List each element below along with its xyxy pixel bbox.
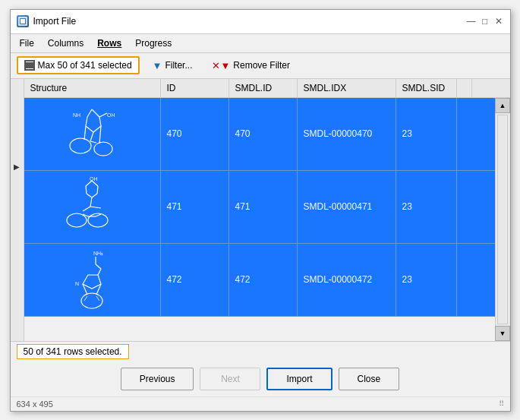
molecule-1: OH (54, 175, 130, 239)
svg-point-26 (67, 213, 87, 227)
svg-line-30 (96, 214, 101, 216)
window-size: 634 x 495 (17, 399, 53, 409)
scroll-track[interactable] (497, 115, 508, 324)
cell-structure-1: OH (24, 171, 161, 243)
col-structure: Structure (24, 79, 161, 97)
svg-text:NH₂: NH₂ (93, 251, 103, 256)
table-row[interactable]: OH 471 (24, 171, 495, 244)
previous-button[interactable]: Previous (121, 368, 194, 390)
svg-line-20 (87, 194, 92, 197)
svg-line-6 (86, 126, 93, 132)
vertical-scrollbar[interactable]: ▲ ▼ (495, 98, 510, 341)
svg-point-12 (94, 142, 112, 156)
scroll-down-button[interactable]: ▼ (495, 326, 510, 341)
row-indicator: ▶ (11, 79, 24, 341)
svg-line-10 (84, 126, 86, 140)
svg-line-34 (96, 264, 101, 269)
row-arrow: ▶ (14, 163, 20, 171)
scroll-up-button[interactable]: ▲ (495, 98, 510, 113)
filter-button[interactable]: ▼ Filter... (146, 57, 200, 74)
table-row[interactable]: NH OH 470 470 SMDL-00000470 23 (24, 98, 495, 171)
svg-text:OH: OH (90, 176, 98, 182)
svg-line-18 (97, 186, 98, 194)
max-selected-label: Max 50 of 341 selected (38, 60, 132, 71)
cell-id-1: 471 (161, 171, 229, 243)
minimize-button[interactable]: — (466, 16, 477, 27)
maximize-button[interactable]: □ (480, 16, 490, 27)
svg-point-9 (70, 138, 91, 153)
resize-handle[interactable]: ⠿ (499, 399, 504, 408)
menu-bar: File Columns Rows Progress (11, 34, 510, 53)
cell-structure-0: NH OH (24, 98, 161, 170)
svg-line-13 (99, 126, 101, 144)
svg-line-2 (92, 109, 99, 117)
table-body: NH OH 470 470 SMDL-00000470 23 (24, 98, 495, 341)
svg-line-40 (84, 296, 87, 301)
cell-smdl-sid-2: 23 (396, 244, 457, 316)
toolbar: Max 50 of 341 selected ▼ Filter... ✕▼ Re… (11, 53, 510, 79)
svg-text:NH: NH (73, 112, 80, 118)
cell-smdl-idx-0: SMDL-00000470 (298, 98, 396, 170)
cell-smdl-id-2: 472 (229, 244, 298, 316)
cell-smdl-idx-1: SMDL-00000471 (298, 171, 396, 243)
remove-filter-icon: ✕▼ (212, 60, 230, 71)
cell-smdl-sid-1: 23 (396, 171, 457, 243)
cell-smdl-idx-2: SMDL-00000472 (298, 244, 396, 316)
filter-label: Filter... (165, 60, 192, 71)
status-bar: 50 of 341 rows selected. (11, 341, 510, 362)
close-button[interactable]: ✕ (493, 16, 504, 27)
title-bar-left: Import File (17, 15, 77, 27)
import-file-window: Import File — □ ✕ File Columns Rows Prog… (10, 9, 511, 412)
content-area: ▶ Structure ID SMDL.ID SMDL.IDX SMDL.SID (11, 79, 510, 341)
svg-line-5 (93, 126, 101, 132)
remove-filter-button[interactable]: ✕▼ Remove Filter (205, 57, 297, 74)
filter-icon: ▼ (153, 60, 162, 71)
svg-line-7 (86, 117, 87, 126)
svg-line-31 (90, 207, 101, 208)
svg-line-3 (99, 113, 107, 117)
svg-line-25 (83, 207, 90, 211)
table-container: Structure ID SMDL.ID SMDL.IDX SMDL.SID (24, 79, 510, 341)
cell-id-0: 470 (161, 98, 229, 170)
svg-line-8 (87, 109, 92, 117)
cell-smdl-sid-0: 23 (396, 98, 457, 170)
svg-line-11 (90, 132, 93, 141)
molecule-0: NH OH (54, 102, 130, 166)
checkbox-icon (24, 60, 35, 71)
menu-rows[interactable]: Rows (91, 36, 128, 51)
svg-line-41 (96, 296, 99, 301)
col-id: ID (161, 79, 229, 97)
col-smdl-sid: SMDL.SID (396, 79, 457, 97)
cell-id-2: 472 (161, 244, 229, 316)
status-text: 50 of 341 rows selected. (17, 344, 129, 359)
button-row: Previous Next Import Close (11, 362, 510, 396)
svg-line-17 (92, 181, 98, 186)
close-button[interactable]: Close (339, 368, 400, 390)
svg-text:N: N (75, 281, 79, 286)
col-scroll-placeholder (457, 79, 472, 97)
next-button[interactable]: Next (200, 368, 260, 390)
import-button[interactable]: Import (266, 368, 332, 390)
cell-smdl-id-0: 470 (229, 98, 298, 170)
svg-text:OH: OH (107, 112, 115, 118)
svg-line-19 (92, 194, 97, 197)
menu-columns[interactable]: Columns (42, 36, 90, 51)
max-selected-button[interactable]: Max 50 of 341 selected (17, 56, 140, 74)
svg-line-16 (90, 141, 96, 143)
title-controls: — □ ✕ (466, 16, 504, 27)
table-header: Structure ID SMDL.ID SMDL.IDX SMDL.SID (24, 79, 510, 98)
window-title: Import File (33, 16, 77, 27)
svg-rect-1 (20, 19, 25, 24)
col-smdl-idx: SMDL.IDX (298, 79, 396, 97)
svg-marker-36 (83, 275, 101, 289)
svg-line-35 (98, 269, 101, 275)
size-indicator: 634 x 495 ⠿ (11, 396, 510, 411)
remove-filter-label: Remove Filter (233, 60, 290, 71)
table-row[interactable]: NH₂ (24, 244, 495, 317)
cell-smdl-id-1: 471 (229, 171, 298, 243)
cell-structure-2: NH₂ (24, 244, 161, 316)
svg-line-21 (86, 186, 87, 194)
menu-file[interactable]: File (14, 36, 40, 51)
svg-line-22 (86, 181, 92, 186)
menu-progress[interactable]: Progress (129, 36, 178, 51)
